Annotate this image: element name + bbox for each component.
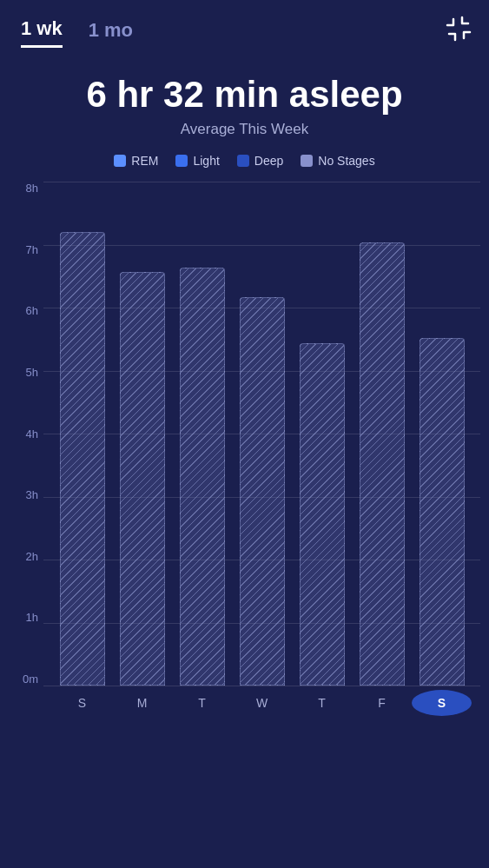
bar[interactable] bbox=[120, 272, 165, 686]
bar[interactable] bbox=[360, 242, 405, 686]
legend-dot-deep bbox=[237, 155, 249, 167]
x-label-wrap: W bbox=[232, 696, 292, 710]
y-label-7h: 7h bbox=[26, 243, 38, 256]
y-label-1h: 1h bbox=[26, 611, 38, 624]
chart-legend: REM Light Deep No Stages bbox=[0, 154, 489, 168]
bar[interactable] bbox=[240, 297, 285, 686]
compress-icon[interactable] bbox=[446, 16, 472, 42]
y-label-6h: 6h bbox=[26, 304, 38, 317]
bar[interactable] bbox=[60, 232, 105, 686]
chart-inner bbox=[43, 182, 480, 686]
x-label-wrap: T bbox=[292, 696, 352, 710]
bar-wrapper bbox=[412, 182, 472, 686]
bar[interactable] bbox=[180, 268, 225, 686]
y-label-0m: 0m bbox=[23, 673, 38, 686]
y-label-3h: 3h bbox=[26, 488, 38, 501]
x-label: S bbox=[52, 696, 112, 710]
bar-wrapper bbox=[352, 182, 412, 686]
tab-1mo[interactable]: 1 mo bbox=[89, 19, 133, 47]
y-axis: 8h 7h 6h 5h 4h 3h 2h 1h 0m bbox=[9, 182, 43, 686]
bar[interactable] bbox=[300, 343, 345, 686]
x-label: T bbox=[172, 696, 232, 710]
legend-dot-no-stages bbox=[301, 155, 313, 167]
y-label-2h: 2h bbox=[26, 550, 38, 563]
bar[interactable] bbox=[420, 338, 465, 686]
x-label-wrap: F bbox=[352, 696, 412, 710]
tab-bar: 1 wk 1 mo bbox=[0, 0, 489, 48]
bar-wrapper bbox=[172, 182, 232, 686]
legend-light: Light bbox=[175, 154, 219, 168]
legend-label-light: Light bbox=[193, 154, 219, 168]
tab-1wk[interactable]: 1 wk bbox=[21, 17, 63, 48]
bar-wrapper bbox=[112, 182, 172, 686]
x-axis: SMTWTFS bbox=[43, 686, 480, 720]
main-stat: 6 hr 32 min asleep Average This Week bbox=[0, 74, 489, 138]
legend-dot-light bbox=[175, 155, 188, 167]
sleep-subtitle: Average This Week bbox=[0, 121, 489, 138]
sleep-chart: 8h 7h 6h 5h 4h 3h 2h 1h 0m SMTWTFS bbox=[9, 182, 480, 720]
bar-wrapper bbox=[232, 182, 292, 686]
x-label-wrap: T bbox=[172, 696, 232, 710]
legend-label-deep: Deep bbox=[254, 154, 283, 168]
legend-dot-rem bbox=[114, 155, 126, 167]
bar-wrapper bbox=[52, 182, 112, 686]
y-label-5h: 5h bbox=[26, 366, 38, 379]
legend-deep: Deep bbox=[237, 154, 283, 168]
x-label-wrap: M bbox=[112, 696, 172, 710]
y-label-4h: 4h bbox=[26, 427, 38, 441]
x-label: T bbox=[292, 696, 352, 710]
legend-label-rem: REM bbox=[131, 154, 158, 168]
bars-container bbox=[43, 182, 480, 686]
sleep-duration: 6 hr 32 min asleep bbox=[0, 74, 489, 116]
x-label-wrap: S bbox=[412, 690, 472, 716]
legend-rem: REM bbox=[114, 154, 158, 168]
legend-no-stages: No Stages bbox=[301, 154, 374, 168]
y-label-8h: 8h bbox=[26, 182, 38, 195]
legend-label-no-stages: No Stages bbox=[318, 154, 374, 168]
bar-wrapper bbox=[292, 182, 352, 686]
x-label: W bbox=[232, 696, 292, 710]
x-label: M bbox=[112, 696, 172, 710]
x-label-today: S bbox=[412, 690, 472, 716]
x-label-wrap: S bbox=[52, 696, 112, 710]
x-label: F bbox=[352, 696, 412, 710]
